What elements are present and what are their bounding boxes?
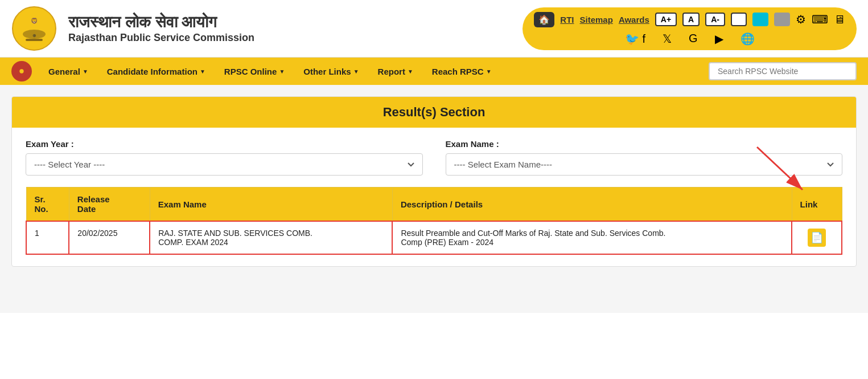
nav-item-other-links[interactable]: Other Links ▼ [295, 60, 367, 83]
search-container [709, 62, 857, 80]
svg-point-0 [13, 7, 56, 50]
youtube-icon[interactable]: ▶ [715, 32, 723, 46]
font-normal-button[interactable]: A [682, 13, 700, 26]
nav-item-candidate-information[interactable]: Candidate Information ▼ [99, 60, 213, 83]
cell-description: Result Preamble and Cut-Off Marks of Raj… [392, 221, 792, 254]
hindi-title: राजस्थान लोक सेवा आयोग [68, 13, 511, 32]
keyboard-button[interactable]: ⌨ [812, 13, 828, 26]
rti-link[interactable]: RTI [560, 15, 574, 25]
nav-item-report[interactable]: Report ▼ [370, 60, 421, 83]
col-header-link: Link [792, 188, 842, 222]
cell-release-date: 20/02/2025 [69, 221, 150, 254]
table-header-row: Sr.No. ReleaseDate Exam Name Description… [26, 188, 842, 222]
site-header: 🦁 ⊕ राजस्थान लोक सेवा आयोग Rajasthan Pub… [0, 0, 868, 58]
svg-text:🦁: 🦁 [31, 17, 38, 25]
twitter-icon[interactable]: 𝕏 [663, 32, 672, 46]
svg-text:⊕: ⊕ [32, 33, 36, 38]
results-table-wrapper: Sr.No. ReleaseDate Exam Name Description… [26, 187, 842, 255]
exam-year-group: Exam Year : ---- Select Year ---- [26, 139, 423, 176]
main-content: Result(s) Section Exam Year : ---- Selec… [0, 85, 868, 313]
filter-form: Exam Year : ---- Select Year ---- Exam N… [26, 139, 842, 176]
toolbar-top-row: 🏠 RTI Sitemap Awards A+ A A- ⚙ ⌨ 🖥 [534, 12, 845, 27]
exam-year-label: Exam Year : [26, 139, 423, 149]
search-input[interactable] [709, 62, 857, 80]
chevron-down-icon: ▼ [200, 68, 205, 75]
col-header-sr: Sr.No. [26, 188, 69, 222]
col-header-exam-name: Exam Name [150, 188, 392, 222]
table-row: 1 20/02/2025 RAJ. STATE AND SUB. SERVICE… [26, 221, 842, 254]
results-body: Exam Year : ---- Select Year ---- Exam N… [12, 128, 856, 266]
cell-sr: 1 [26, 221, 69, 254]
nav-logo [11, 61, 32, 81]
sitemap-link[interactable]: Sitemap [580, 15, 613, 25]
col-header-description: Description / Details [392, 188, 792, 222]
font-increase-button[interactable]: A+ [655, 13, 677, 26]
nav-item-reach-rpsc[interactable]: Reach RPSC ▼ [424, 60, 500, 83]
results-section-title: Result(s) Section [12, 97, 856, 128]
svg-rect-4 [26, 39, 43, 41]
site-title: राजस्थान लोक सेवा आयोग Rajasthan Public … [68, 13, 511, 44]
results-section: Result(s) Section Exam Year : ---- Selec… [11, 96, 857, 267]
nav-item-rpsc-online[interactable]: RPSC Online ▼ [216, 60, 293, 83]
results-table: Sr.No. ReleaseDate Exam Name Description… [26, 187, 842, 255]
globe-icon[interactable]: 🌐 [741, 32, 755, 46]
screen-button[interactable]: 🖥 [834, 13, 845, 26]
chevron-down-icon: ▼ [83, 68, 88, 75]
english-title: Rajasthan Public Service Commission [68, 32, 511, 44]
google-icon[interactable]: G [689, 32, 698, 45]
settings-button[interactable]: ⚙ [796, 13, 806, 26]
color-gray-button[interactable] [774, 13, 790, 26]
home-button[interactable]: 🏠 [534, 12, 554, 27]
svg-point-6 [19, 69, 23, 73]
chevron-down-icon: ▼ [486, 68, 492, 75]
color-white-button[interactable] [731, 13, 747, 26]
document-link-icon[interactable]: 📄 [808, 229, 826, 247]
chevron-down-icon: ▼ [353, 68, 359, 75]
site-logo: 🦁 ⊕ [11, 6, 57, 51]
chevron-down-icon: ▼ [279, 68, 285, 75]
facebook-icon[interactable]: 🐦 f [625, 32, 645, 46]
font-decrease-button[interactable]: A- [705, 13, 725, 26]
exam-year-select[interactable]: ---- Select Year ---- [26, 153, 423, 176]
exam-name-label: Exam Name : [446, 139, 843, 149]
color-cyan-button[interactable] [752, 13, 768, 26]
nav-item-general[interactable]: General ▼ [40, 60, 96, 83]
exam-name-select[interactable]: ---- Select Exam Name---- [446, 153, 843, 176]
toolbar-social-row: 🐦 f 𝕏 G ▶ 🌐 [625, 32, 755, 46]
col-header-release-date: ReleaseDate [69, 188, 150, 222]
awards-link[interactable]: Awards [619, 15, 649, 25]
cell-link[interactable]: 📄 [792, 221, 842, 254]
main-navbar: General ▼ Candidate Information ▼ RPSC O… [0, 58, 868, 85]
chevron-down-icon: ▼ [408, 68, 413, 75]
exam-name-group: Exam Name : ---- Select Exam Name---- [446, 139, 843, 176]
accessibility-toolbar: 🏠 RTI Sitemap Awards A+ A A- ⚙ ⌨ 🖥 🐦 f 𝕏… [523, 7, 857, 50]
cell-exam-name: RAJ. STATE AND SUB. SERVICES COMB.COMP. … [150, 221, 392, 254]
